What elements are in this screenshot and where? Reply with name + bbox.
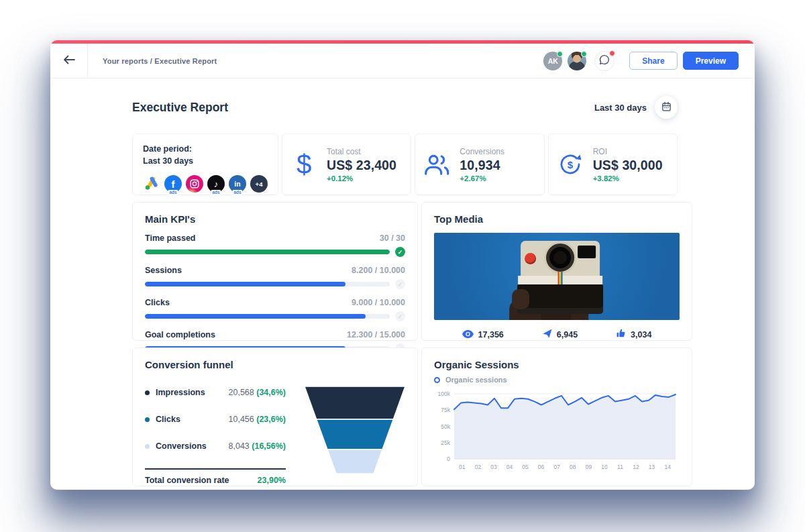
avatar-ak[interactable]: AK <box>543 52 562 70</box>
topbar-actions: AK Share Preview <box>543 51 755 71</box>
preview-button[interactable]: Preview <box>683 52 739 70</box>
y-axis-label: 25k <box>441 439 450 446</box>
metric-delta: +3.82% <box>593 174 663 182</box>
metric-delta: +0.12% <box>327 174 396 182</box>
funnel-segment <box>305 386 405 419</box>
funnel-row-clicks: Clicks 10,456 (23,6%) <box>145 415 286 424</box>
views-eye-icon <box>462 329 474 341</box>
kpi-row-sessions: Sessions 8.200 / 10.000 ✓ <box>145 266 405 289</box>
kpi-label: Time passed <box>145 233 196 243</box>
shares-stat: 6,945 <box>543 329 578 341</box>
calendar-icon <box>661 101 672 114</box>
funnel-label: Clicks <box>156 415 180 424</box>
kpi-label: Sessions <box>145 266 182 275</box>
legend-bullet <box>145 444 150 449</box>
total-value: 23,90% <box>258 476 286 485</box>
funnel-row-conversions: Conversions 8,043 (16,56%) <box>145 441 286 451</box>
x-axis-label: 11 <box>617 464 623 470</box>
divider <box>145 468 286 470</box>
x-axis-label: 14 <box>664 464 671 470</box>
back-arrow-icon <box>63 55 75 66</box>
y-axis-label: 100k <box>438 390 451 397</box>
funnel-segment <box>317 419 394 449</box>
roi-icon: $ <box>553 151 588 178</box>
date-range-picker[interactable]: Last 30 days <box>594 96 678 119</box>
funnel-percent: (23,6%) <box>256 415 286 424</box>
section-title: Top Media <box>434 213 680 225</box>
calendar-button[interactable] <box>655 96 678 119</box>
notification-dot <box>609 50 615 56</box>
stat-value: 6,945 <box>557 330 578 339</box>
page-title: Executive Report <box>132 101 228 115</box>
report-window: Your reports / Executive Report AK Share… <box>50 40 755 490</box>
people-icon <box>419 152 454 176</box>
date-period-card: Date period: Last 30 days f ads <box>132 134 278 195</box>
funnel-label: Conversions <box>156 441 207 451</box>
y-axis-label: 0 <box>447 456 450 462</box>
conversion-funnel-widget: Conversion funnel Impressions 20,568 (34… <box>132 348 418 486</box>
chat-bubble-icon <box>598 54 610 68</box>
likes-stat: 3,034 <box>616 329 651 341</box>
progress-fill <box>145 282 345 286</box>
section-title: Conversion funnel <box>145 359 405 370</box>
share-button[interactable]: Share <box>629 52 677 70</box>
date-period-label: Date period: <box>143 143 268 155</box>
section-title: Organic Sessions <box>434 359 680 370</box>
metric-label: Conversions <box>460 147 504 156</box>
kpi-value: 8.200 / 10.000 <box>352 266 405 275</box>
x-axis-label: 02 <box>475 464 482 470</box>
breadcrumb[interactable]: Your reports / Executive Report <box>103 57 217 65</box>
platform-icons: f ads ♪ ads in <box>143 175 268 193</box>
topbar: Your reports / Executive Report AK Share… <box>50 44 755 78</box>
section-title: Main KPI's <box>145 213 405 225</box>
media-stats-row: 17,356 6,945 3,034 <box>434 329 680 341</box>
roi-card: $ ROI US$ 30,000 +3.82% <box>548 134 678 195</box>
top-media-widget: Top Media <box>421 202 692 341</box>
funnel-segment <box>327 449 382 474</box>
linkedin-ads-icon: in ads <box>229 175 246 193</box>
total-cost-card: $ Total cost US$ 23,400 +0.12% <box>282 134 411 195</box>
funnel-total-row: Total conversion rate 23,90% <box>145 476 286 485</box>
x-axis-label: 09 <box>586 464 592 470</box>
stat-value: 17,356 <box>478 330 504 339</box>
check-circle-icon: ✓ <box>395 247 405 257</box>
avatar-initials: AK <box>548 57 558 65</box>
funnel-label: Impressions <box>156 388 205 397</box>
funnel-value: 20,568 <box>229 388 254 397</box>
avatar-photo[interactable] <box>568 52 586 70</box>
x-axis-label: 07 <box>553 464 560 470</box>
metric-value: US$ 23,400 <box>327 158 396 173</box>
date-period-value: Last 30 days <box>143 155 268 167</box>
funnel-legend: Impressions 20,568 (34,6%) Clicks 10,456… <box>145 388 286 485</box>
views-stat: 17,356 <box>462 329 504 341</box>
progress-track <box>145 282 390 286</box>
legend-bullet <box>145 390 150 395</box>
online-dot <box>557 51 563 57</box>
x-axis-label: 06 <box>538 464 545 470</box>
ads-badge: ads <box>232 190 242 195</box>
funnel-percent: (34,6%) <box>256 388 286 397</box>
x-axis-label: 05 <box>522 464 529 470</box>
sessions-area-chart: 100k75k50k25k001020304050607080910111213… <box>434 390 680 472</box>
media-image-polaroid-camera <box>434 233 680 320</box>
metric-label: ROI <box>593 147 663 156</box>
back-button[interactable] <box>50 44 88 78</box>
metric-value: 10,934 <box>460 158 504 173</box>
x-axis-label: 01 <box>459 464 466 470</box>
x-axis-label: 13 <box>649 464 655 470</box>
camera-shape <box>517 241 603 316</box>
funnel-percent: (16,56%) <box>252 441 286 451</box>
online-dot <box>581 51 587 57</box>
legend-label: Organic sessions <box>445 376 507 384</box>
check-circle-icon: ✓ <box>395 311 405 321</box>
kpi-row-time-passed: Time passed 30 / 30 ✓ <box>145 233 405 257</box>
x-axis-label: 10 <box>601 464 608 470</box>
kpi-value: 12.300 / 15.000 <box>347 330 405 339</box>
comments-button[interactable] <box>594 51 614 71</box>
kpi-row-clicks: Clicks 9.000 / 10.000 ✓ <box>145 298 405 321</box>
page-canvas: Your reports / Executive Report AK Share… <box>0 0 805 532</box>
x-axis-label: 12 <box>633 464 639 470</box>
y-axis-label: 75k <box>441 407 450 413</box>
y-axis-label: 50k <box>441 423 450 430</box>
organic-sessions-widget: Organic Sessions Organic sessions 100k75… <box>421 348 692 486</box>
